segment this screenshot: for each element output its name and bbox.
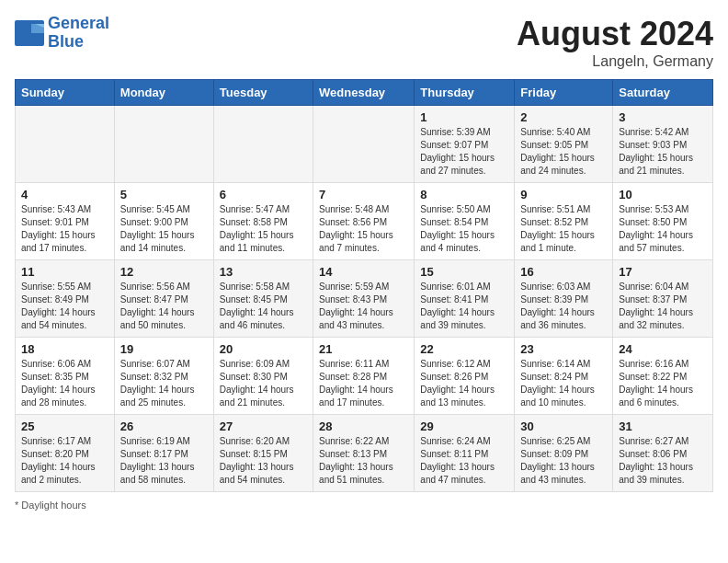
footer-note: * Daylight hours [15,500,713,511]
day-number: 30 [520,419,607,433]
calendar-table: SundayMondayTuesdayWednesdayThursdayFrid… [15,79,713,492]
day-detail: Sunrise: 5:43 AM Sunset: 9:01 PM Dayligh… [21,203,108,255]
calendar-day-header: Friday [515,80,613,106]
day-number: 9 [520,188,607,201]
logo-line2: Blue [48,32,84,51]
day-number: 26 [120,419,208,433]
calendar-cell [16,106,115,183]
calendar-cell: 8Sunrise: 5:50 AM Sunset: 8:54 PM Daylig… [415,183,515,260]
calendar-cell [114,106,213,183]
day-number: 10 [619,188,707,201]
calendar-cell: 7Sunrise: 5:48 AM Sunset: 8:56 PM Daylig… [313,183,415,260]
calendar-day-header: Thursday [415,80,515,106]
day-number: 11 [21,265,108,279]
day-detail: Sunrise: 5:45 AM Sunset: 9:00 PM Dayligh… [120,203,208,255]
calendar-cell: 13Sunrise: 5:58 AM Sunset: 8:45 PM Dayli… [213,260,313,338]
day-number: 22 [420,342,508,356]
day-number: 12 [120,265,208,279]
calendar-cell: 15Sunrise: 6:01 AM Sunset: 8:41 PM Dayli… [415,260,515,338]
day-number: 3 [619,110,707,124]
day-number: 31 [619,419,707,433]
day-detail: Sunrise: 6:27 AM Sunset: 8:06 PM Dayligh… [619,435,707,487]
page-header: General Blue August 2024 Langeln, German… [15,15,713,70]
day-detail: Sunrise: 6:09 AM Sunset: 8:30 PM Dayligh… [220,358,307,409]
day-detail: Sunrise: 6:17 AM Sunset: 8:20 PM Dayligh… [21,435,108,487]
calendar-cell: 28Sunrise: 6:22 AM Sunset: 8:13 PM Dayli… [313,415,415,492]
day-number: 13 [220,265,307,279]
calendar-cell: 4Sunrise: 5:43 AM Sunset: 9:01 PM Daylig… [16,183,115,260]
calendar-cell: 30Sunrise: 6:25 AM Sunset: 8:09 PM Dayli… [515,415,613,492]
day-number: 6 [220,188,307,201]
calendar-cell: 9Sunrise: 5:51 AM Sunset: 8:52 PM Daylig… [515,183,613,260]
day-number: 23 [520,342,607,356]
day-detail: Sunrise: 5:56 AM Sunset: 8:47 PM Dayligh… [120,281,208,332]
day-detail: Sunrise: 6:12 AM Sunset: 8:26 PM Dayligh… [420,358,508,409]
day-detail: Sunrise: 6:04 AM Sunset: 8:37 PM Dayligh… [619,281,707,332]
day-number: 27 [220,419,307,433]
calendar-day-header: Monday [114,80,213,106]
month-year: August 2024 [517,15,713,53]
day-number: 24 [619,342,707,356]
day-detail: Sunrise: 6:16 AM Sunset: 8:22 PM Dayligh… [619,358,707,409]
day-detail: Sunrise: 6:22 AM Sunset: 8:13 PM Dayligh… [319,435,408,487]
day-detail: Sunrise: 6:01 AM Sunset: 8:41 PM Dayligh… [420,281,508,332]
day-detail: Sunrise: 5:53 AM Sunset: 8:50 PM Dayligh… [619,203,707,255]
calendar-cell: 25Sunrise: 6:17 AM Sunset: 8:20 PM Dayli… [16,415,115,492]
day-number: 17 [619,265,707,279]
calendar-cell: 19Sunrise: 6:07 AM Sunset: 8:32 PM Dayli… [114,338,213,415]
day-detail: Sunrise: 5:48 AM Sunset: 8:56 PM Dayligh… [319,203,408,255]
calendar-cell: 26Sunrise: 6:19 AM Sunset: 8:17 PM Dayli… [114,415,213,492]
day-number: 28 [319,419,408,433]
day-detail: Sunrise: 6:24 AM Sunset: 8:11 PM Dayligh… [420,435,508,487]
calendar-cell: 21Sunrise: 6:11 AM Sunset: 8:28 PM Dayli… [313,338,415,415]
day-number: 4 [21,188,108,201]
day-number: 14 [319,265,408,279]
calendar-cell: 16Sunrise: 6:03 AM Sunset: 8:39 PM Dayli… [515,260,613,338]
day-number: 19 [120,342,208,356]
calendar-cell: 27Sunrise: 6:20 AM Sunset: 8:15 PM Dayli… [213,415,313,492]
calendar-cell: 5Sunrise: 5:45 AM Sunset: 9:00 PM Daylig… [114,183,213,260]
day-detail: Sunrise: 5:40 AM Sunset: 9:05 PM Dayligh… [520,126,607,178]
day-number: 2 [520,110,607,124]
calendar-cell: 10Sunrise: 5:53 AM Sunset: 8:50 PM Dayli… [613,183,713,260]
day-detail: Sunrise: 6:06 AM Sunset: 8:35 PM Dayligh… [21,358,108,409]
logo: General Blue [15,15,109,52]
day-number: 1 [420,110,508,124]
calendar-week-row: 11Sunrise: 5:55 AM Sunset: 8:49 PM Dayli… [16,260,713,338]
day-detail: Sunrise: 5:58 AM Sunset: 8:45 PM Dayligh… [220,281,307,332]
day-detail: Sunrise: 5:42 AM Sunset: 9:03 PM Dayligh… [619,126,707,178]
calendar-cell: 12Sunrise: 5:56 AM Sunset: 8:47 PM Dayli… [114,260,213,338]
day-detail: Sunrise: 6:25 AM Sunset: 8:09 PM Dayligh… [520,435,607,487]
calendar-week-row: 18Sunrise: 6:06 AM Sunset: 8:35 PM Dayli… [16,338,713,415]
calendar-day-header: Sunday [16,80,115,106]
footer-text: Daylight hours [21,500,85,511]
day-number: 15 [420,265,508,279]
location: Langeln, Germany [517,53,713,70]
calendar-cell: 3Sunrise: 5:42 AM Sunset: 9:03 PM Daylig… [613,106,713,183]
day-number: 29 [420,419,508,433]
calendar-cell: 24Sunrise: 6:16 AM Sunset: 8:22 PM Dayli… [613,338,713,415]
calendar-cell: 20Sunrise: 6:09 AM Sunset: 8:30 PM Dayli… [213,338,313,415]
day-detail: Sunrise: 6:19 AM Sunset: 8:17 PM Dayligh… [120,435,208,487]
day-detail: Sunrise: 6:11 AM Sunset: 8:28 PM Dayligh… [319,358,408,409]
calendar-week-row: 1Sunrise: 5:39 AM Sunset: 9:07 PM Daylig… [16,106,713,183]
title-block: August 2024 Langeln, Germany [517,15,713,70]
day-detail: Sunrise: 5:47 AM Sunset: 8:58 PM Dayligh… [220,203,307,255]
calendar-cell: 11Sunrise: 5:55 AM Sunset: 8:49 PM Dayli… [16,260,115,338]
calendar-day-header: Wednesday [313,80,415,106]
calendar-cell: 31Sunrise: 6:27 AM Sunset: 8:06 PM Dayli… [613,415,713,492]
day-number: 18 [21,342,108,356]
day-number: 8 [420,188,508,201]
day-detail: Sunrise: 5:55 AM Sunset: 8:49 PM Dayligh… [21,281,108,332]
day-number: 16 [520,265,607,279]
calendar-cell: 17Sunrise: 6:04 AM Sunset: 8:37 PM Dayli… [613,260,713,338]
calendar-day-header: Tuesday [213,80,313,106]
day-detail: Sunrise: 5:51 AM Sunset: 8:52 PM Dayligh… [520,203,607,255]
calendar-cell: 22Sunrise: 6:12 AM Sunset: 8:26 PM Dayli… [415,338,515,415]
calendar-cell [313,106,415,183]
day-number: 20 [220,342,307,356]
logo-icon [15,20,44,46]
calendar-cell: 23Sunrise: 6:14 AM Sunset: 8:24 PM Dayli… [515,338,613,415]
calendar-cell: 29Sunrise: 6:24 AM Sunset: 8:11 PM Dayli… [415,415,515,492]
day-number: 7 [319,188,408,201]
